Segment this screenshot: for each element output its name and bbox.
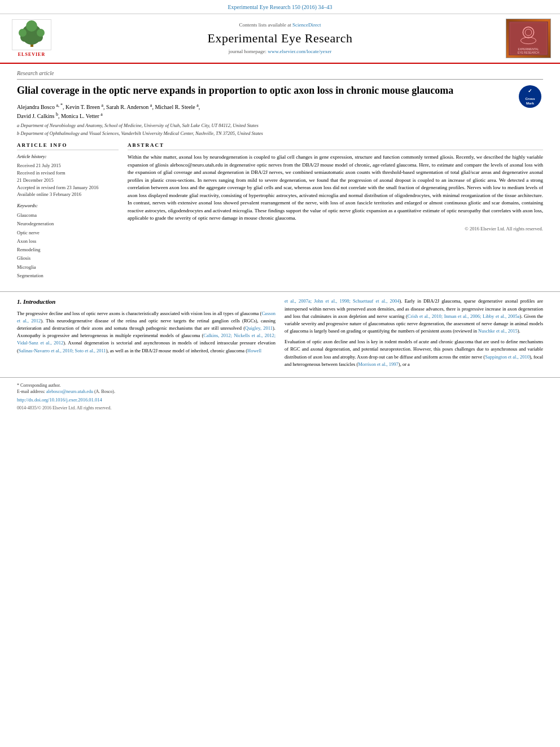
article-title-text: Glial coverage in the optic nerve expand… bbox=[17, 85, 453, 96]
keywords-section: Keywords: Glaucoma Neurodegeneration Opt… bbox=[17, 203, 119, 280]
history-title: Article history: bbox=[17, 154, 119, 160]
intro-text-right-1: et al., 2007a; John et al., 1998; Schuet… bbox=[285, 298, 543, 335]
journal-cover-image: EXPERIMENTAL EYE RESEARCH bbox=[506, 19, 551, 58]
ref-howell[interactable]: Howell bbox=[247, 348, 261, 353]
contents-label: Contents lists available at bbox=[239, 22, 291, 28]
keyword-glaucoma: Glaucoma bbox=[17, 211, 119, 220]
journal-header: ELSEVIER Contents lists available at Sci… bbox=[0, 14, 560, 64]
affiliations: a Department of Neurobiology and Anatomy… bbox=[17, 123, 543, 137]
ref-casson[interactable]: Casson et al., 2012 bbox=[17, 311, 275, 324]
ref-morrison[interactable]: Morrison et al., 1997 bbox=[358, 361, 399, 367]
keyword-axon-loss: Axon loss bbox=[17, 237, 119, 246]
article-type: Research article bbox=[17, 69, 543, 80]
copyright-line: © 2016 Elsevier Ltd. All rights reserved… bbox=[128, 226, 543, 233]
email-label: E-mail address: bbox=[17, 389, 45, 394]
svg-text:EYE RESEARCH: EYE RESEARCH bbox=[518, 51, 539, 54]
journal-header-center: Contents lists available at ScienceDirec… bbox=[54, 21, 506, 55]
abstract-col: ABSTRACT Within the white matter, axonal… bbox=[128, 142, 543, 281]
ref-quigley[interactable]: Quigley, 2011 bbox=[245, 325, 273, 331]
keyword-neurodegeneration: Neurodegeneration bbox=[17, 220, 119, 228]
keyword-segmentation: Segmentation bbox=[17, 272, 119, 280]
crossmark-svg: ✓ Cross Mark bbox=[518, 84, 543, 110]
keyword-remodeling: Remodeling bbox=[17, 246, 119, 254]
accepted-date: Accepted in revised form 23 January 2016 bbox=[17, 184, 119, 191]
svg-text:✓: ✓ bbox=[528, 88, 532, 94]
author-anderson: Sarah R. Anderson a, bbox=[106, 104, 155, 110]
doi-link[interactable]: http://dx.doi.org/10.1016/j.exer.2016.01… bbox=[17, 397, 543, 404]
crossmark-logo[interactable]: ✓ Cross Mark bbox=[518, 84, 543, 110]
svg-text:Mark: Mark bbox=[526, 102, 535, 105]
corresponding-label: * Corresponding author. bbox=[17, 383, 61, 388]
author-steele: Michael R. Steele a, bbox=[155, 104, 200, 110]
intro-text-left: The progressive decline and loss of opti… bbox=[17, 310, 275, 355]
affiliation-a: a Department of Neurobiology and Anatomy… bbox=[17, 123, 543, 129]
journal-citation: Experimental Eye Research 150 (2016) 34–… bbox=[228, 4, 332, 10]
svg-text:EXPERIMENTAL: EXPERIMENTAL bbox=[518, 48, 539, 51]
keywords-title: Keywords: bbox=[17, 203, 119, 209]
homepage-line: journal homepage: www.elsevier.com/locat… bbox=[54, 48, 506, 55]
ref-calkins[interactable]: Calkins, 2012; Nickells et al., 2012; Vi… bbox=[17, 333, 275, 346]
svg-point-5 bbox=[37, 29, 45, 37]
email-link[interactable]: alebosco@neuro.utah.edu bbox=[46, 389, 93, 394]
contents-available-line: Contents lists available at ScienceDirec… bbox=[54, 21, 506, 29]
ref-sappington[interactable]: Sappington et al., 2010 bbox=[485, 354, 530, 360]
ref-crish[interactable]: Crish et al., 2010; Inman et al., 2006; … bbox=[408, 313, 520, 319]
abstract-header: ABSTRACT bbox=[128, 142, 543, 151]
svg-point-6 bbox=[26, 20, 37, 32]
keyword-optic-nerve: Optic nerve bbox=[17, 229, 119, 237]
journal-cover-svg: EXPERIMENTAL EYE RESEARCH bbox=[508, 21, 549, 55]
homepage-url[interactable]: www.elsevier.com/locate/yexer bbox=[268, 49, 331, 54]
received-date: Received 21 July 2015 bbox=[17, 162, 119, 169]
elsevier-text: ELSEVIER bbox=[18, 51, 45, 58]
intro-section-title: 1. Introduction bbox=[17, 298, 275, 306]
affiliation-b: b Department of Ophthalmology and Visual… bbox=[17, 130, 543, 137]
journal-title: Experimental Eye Research bbox=[54, 30, 506, 47]
journal-thumbnail: EXPERIMENTAL EYE RESEARCH bbox=[506, 19, 551, 58]
article-info-col: Article Info Article history: Received 2… bbox=[17, 142, 119, 281]
journal-citation-bar: Experimental Eye Research 150 (2016) 34–… bbox=[0, 0, 560, 14]
homepage-label: journal homepage: bbox=[229, 49, 266, 54]
svg-text:Cross: Cross bbox=[525, 97, 535, 101]
available-date: Available online 3 February 2016 bbox=[17, 191, 119, 198]
ref-nuschke[interactable]: Nuschke et al., 2015 bbox=[478, 328, 518, 334]
author-breen: Kevin T. Breen a, bbox=[65, 104, 106, 110]
svg-point-4 bbox=[19, 29, 27, 37]
email-owner: (A. Bosco). bbox=[94, 389, 115, 394]
elsevier-tree-svg bbox=[14, 20, 50, 49]
keyword-gliosis: Gliosis bbox=[17, 254, 119, 263]
page: Experimental Eye Research 150 (2016) 34–… bbox=[0, 0, 560, 416]
revised-date: Received in revised form21 December 2015 bbox=[17, 169, 119, 184]
article-meta-section: Article Info Article history: Received 2… bbox=[17, 142, 543, 281]
article-title: Glial coverage in the optic nerve expand… bbox=[17, 84, 543, 97]
issn-line: 0014-4835/© 2016 Elsevier Ltd. All right… bbox=[17, 405, 543, 411]
ref-salinas[interactable]: Salinas-Navarro et al., 2010; Soto et al… bbox=[19, 348, 106, 353]
article-content: Research article Glial coverage in the o… bbox=[0, 64, 560, 286]
body-right-col: et al., 2007a; John et al., 1998; Schuet… bbox=[285, 298, 543, 372]
corresponding-note: * Corresponding author. bbox=[17, 382, 543, 388]
author-vetter: Monica L. Vetter a bbox=[61, 113, 103, 119]
keyword-microglia: Microglia bbox=[17, 263, 119, 272]
body-left-col: 1. Introduction The progressive decline … bbox=[17, 298, 275, 372]
body-section: 1. Introduction The progressive decline … bbox=[0, 298, 560, 372]
main-divider bbox=[0, 291, 560, 292]
authors-line: Alejandra Bosco a, *, Kevin T. Breen a, … bbox=[17, 102, 543, 120]
author-bosco: Alejandra Bosco a, *, bbox=[17, 104, 65, 110]
ref-howell-cont[interactable]: et al., 2007a; John et al., 1998; Schuet… bbox=[285, 298, 400, 304]
science-direct-link[interactable]: ScienceDirect bbox=[292, 22, 321, 28]
article-info-header: Article Info bbox=[17, 142, 119, 151]
email-note: E-mail address: alebosco@neuro.utah.edu … bbox=[17, 388, 543, 395]
article-history: Article history: Received 21 July 2015 R… bbox=[17, 154, 119, 198]
author-calkins: David J. Calkins b, bbox=[17, 113, 61, 119]
footer: * Corresponding author. E-mail address: … bbox=[0, 377, 560, 416]
intro-text-right-2: Evaluation of optic axon decline and los… bbox=[285, 338, 543, 368]
abstract-text: Within the white matter, axonal loss by … bbox=[128, 154, 543, 222]
elsevier-logo: ELSEVIER bbox=[9, 19, 54, 58]
elsevier-tree-image bbox=[12, 19, 51, 50]
